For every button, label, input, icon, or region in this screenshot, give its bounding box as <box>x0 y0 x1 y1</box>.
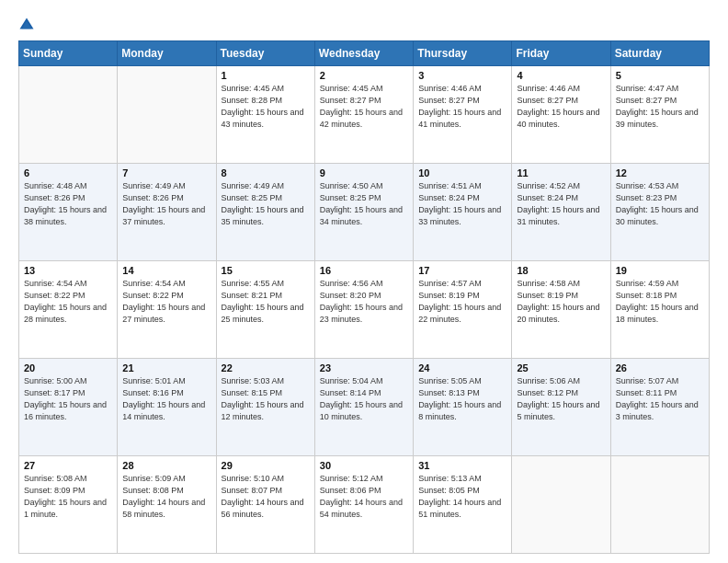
day-detail: Sunrise: 4:48 AMSunset: 8:26 PMDaylight:… <box>24 180 112 228</box>
day-number: 23 <box>320 362 408 373</box>
day-number: 12 <box>616 167 704 178</box>
day-detail: Sunrise: 4:54 AMSunset: 8:22 PMDaylight:… <box>122 278 210 326</box>
day-detail: Sunrise: 4:51 AMSunset: 8:24 PMDaylight:… <box>418 180 506 228</box>
day-detail: Sunrise: 5:03 AMSunset: 8:15 PMDaylight:… <box>222 375 310 423</box>
day-number: 22 <box>222 362 310 373</box>
day-number: 11 <box>517 167 605 178</box>
day-detail: Sunrise: 4:54 AMSunset: 8:22 PMDaylight:… <box>24 278 112 326</box>
day-number: 5 <box>616 70 704 81</box>
logo-icon <box>18 17 35 33</box>
day-number: 2 <box>320 70 408 81</box>
calendar-day-cell: 7Sunrise: 4:49 AMSunset: 8:26 PMDaylight… <box>118 164 216 261</box>
calendar-day-cell: 22Sunrise: 5:03 AMSunset: 8:15 PMDayligh… <box>216 359 314 456</box>
calendar-day-cell: 10Sunrise: 4:51 AMSunset: 8:24 PMDayligh… <box>414 164 512 261</box>
calendar-day-cell: 31Sunrise: 5:13 AMSunset: 8:05 PMDayligh… <box>414 456 512 554</box>
calendar-day-cell: 12Sunrise: 4:53 AMSunset: 8:23 PMDayligh… <box>610 164 709 261</box>
day-detail: Sunrise: 4:55 AMSunset: 8:21 PMDaylight:… <box>222 278 310 326</box>
calendar-day-cell: 3Sunrise: 4:46 AMSunset: 8:27 PMDaylight… <box>414 66 512 164</box>
calendar-day-cell <box>19 66 118 164</box>
day-number: 14 <box>122 265 210 276</box>
day-detail: Sunrise: 4:56 AMSunset: 8:20 PMDaylight:… <box>320 278 408 326</box>
calendar-day-cell: 23Sunrise: 5:04 AMSunset: 8:14 PMDayligh… <box>314 359 413 456</box>
day-detail: Sunrise: 5:13 AMSunset: 8:05 PMDaylight:… <box>418 473 506 521</box>
day-detail: Sunrise: 4:52 AMSunset: 8:24 PMDaylight:… <box>517 180 605 228</box>
day-number: 4 <box>517 70 605 81</box>
day-number: 13 <box>24 265 112 276</box>
weekday-header-cell: Monday <box>118 41 216 66</box>
calendar-day-cell: 6Sunrise: 4:48 AMSunset: 8:26 PMDaylight… <box>19 164 118 261</box>
day-number: 6 <box>24 167 112 178</box>
day-number: 1 <box>222 70 310 81</box>
day-number: 20 <box>24 362 112 373</box>
day-number: 3 <box>418 70 506 81</box>
day-number: 25 <box>517 362 605 373</box>
calendar-day-cell: 19Sunrise: 4:59 AMSunset: 8:18 PMDayligh… <box>610 261 709 359</box>
day-detail: Sunrise: 5:08 AMSunset: 8:09 PMDaylight:… <box>24 473 112 521</box>
calendar-day-cell: 24Sunrise: 5:05 AMSunset: 8:13 PMDayligh… <box>414 359 512 456</box>
calendar-week-row: 6Sunrise: 4:48 AMSunset: 8:26 PMDaylight… <box>19 164 710 261</box>
calendar-day-cell: 16Sunrise: 4:56 AMSunset: 8:20 PMDayligh… <box>314 261 413 359</box>
day-detail: Sunrise: 5:07 AMSunset: 8:11 PMDaylight:… <box>616 375 704 423</box>
day-number: 27 <box>24 460 112 471</box>
calendar-header: SundayMondayTuesdayWednesdayThursdayFrid… <box>19 41 710 66</box>
calendar-day-cell <box>512 456 610 554</box>
calendar-day-cell: 26Sunrise: 5:07 AMSunset: 8:11 PMDayligh… <box>610 359 709 456</box>
weekday-header-cell: Saturday <box>610 41 709 66</box>
day-number: 8 <box>222 167 310 178</box>
day-detail: Sunrise: 4:50 AMSunset: 8:25 PMDaylight:… <box>320 180 408 228</box>
calendar-day-cell: 4Sunrise: 4:46 AMSunset: 8:27 PMDaylight… <box>512 66 610 164</box>
calendar-week-row: 1Sunrise: 4:45 AMSunset: 8:28 PMDaylight… <box>19 66 710 164</box>
header <box>18 17 710 33</box>
day-detail: Sunrise: 4:53 AMSunset: 8:23 PMDaylight:… <box>616 180 704 228</box>
day-detail: Sunrise: 5:09 AMSunset: 8:08 PMDaylight:… <box>122 473 210 521</box>
calendar-day-cell: 20Sunrise: 5:00 AMSunset: 8:17 PMDayligh… <box>19 359 118 456</box>
weekday-header-cell: Tuesday <box>216 41 314 66</box>
calendar-week-row: 13Sunrise: 4:54 AMSunset: 8:22 PMDayligh… <box>19 261 710 359</box>
day-number: 18 <box>517 265 605 276</box>
day-number: 29 <box>222 460 310 471</box>
calendar-week-row: 20Sunrise: 5:00 AMSunset: 8:17 PMDayligh… <box>19 359 710 456</box>
calendar-day-cell: 1Sunrise: 4:45 AMSunset: 8:28 PMDaylight… <box>216 66 314 164</box>
day-detail: Sunrise: 4:57 AMSunset: 8:19 PMDaylight:… <box>418 278 506 326</box>
day-detail: Sunrise: 5:04 AMSunset: 8:14 PMDaylight:… <box>320 375 408 423</box>
calendar-day-cell: 30Sunrise: 5:12 AMSunset: 8:06 PMDayligh… <box>314 456 413 554</box>
calendar-week-row: 27Sunrise: 5:08 AMSunset: 8:09 PMDayligh… <box>19 456 710 554</box>
calendar-body: 1Sunrise: 4:45 AMSunset: 8:28 PMDaylight… <box>19 66 710 554</box>
weekday-header-cell: Thursday <box>414 41 512 66</box>
calendar-day-cell: 29Sunrise: 5:10 AMSunset: 8:07 PMDayligh… <box>216 456 314 554</box>
day-detail: Sunrise: 4:49 AMSunset: 8:25 PMDaylight:… <box>222 180 310 228</box>
logo <box>18 17 39 33</box>
day-detail: Sunrise: 4:45 AMSunset: 8:27 PMDaylight:… <box>320 83 408 131</box>
day-number: 21 <box>122 362 210 373</box>
day-number: 9 <box>320 167 408 178</box>
day-detail: Sunrise: 5:12 AMSunset: 8:06 PMDaylight:… <box>320 473 408 521</box>
weekday-header-cell: Wednesday <box>314 41 413 66</box>
day-number: 16 <box>320 265 408 276</box>
day-number: 31 <box>418 460 506 471</box>
day-detail: Sunrise: 4:46 AMSunset: 8:27 PMDaylight:… <box>418 83 506 131</box>
calendar-day-cell: 15Sunrise: 4:55 AMSunset: 8:21 PMDayligh… <box>216 261 314 359</box>
calendar-day-cell: 25Sunrise: 5:06 AMSunset: 8:12 PMDayligh… <box>512 359 610 456</box>
day-detail: Sunrise: 4:47 AMSunset: 8:27 PMDaylight:… <box>616 83 704 131</box>
weekday-header-cell: Sunday <box>19 41 118 66</box>
day-detail: Sunrise: 5:05 AMSunset: 8:13 PMDaylight:… <box>418 375 506 423</box>
calendar-day-cell: 18Sunrise: 4:58 AMSunset: 8:19 PMDayligh… <box>512 261 610 359</box>
calendar-day-cell: 28Sunrise: 5:09 AMSunset: 8:08 PMDayligh… <box>118 456 216 554</box>
calendar: SundayMondayTuesdayWednesdayThursdayFrid… <box>18 40 710 554</box>
calendar-day-cell: 2Sunrise: 4:45 AMSunset: 8:27 PMDaylight… <box>314 66 413 164</box>
calendar-day-cell: 13Sunrise: 4:54 AMSunset: 8:22 PMDayligh… <box>19 261 118 359</box>
day-detail: Sunrise: 4:59 AMSunset: 8:18 PMDaylight:… <box>616 278 704 326</box>
weekday-header-row: SundayMondayTuesdayWednesdayThursdayFrid… <box>19 41 710 66</box>
calendar-day-cell <box>610 456 709 554</box>
calendar-day-cell <box>118 66 216 164</box>
day-number: 30 <box>320 460 408 471</box>
day-detail: Sunrise: 5:10 AMSunset: 8:07 PMDaylight:… <box>222 473 310 521</box>
calendar-day-cell: 9Sunrise: 4:50 AMSunset: 8:25 PMDaylight… <box>314 164 413 261</box>
day-detail: Sunrise: 5:06 AMSunset: 8:12 PMDaylight:… <box>517 375 605 423</box>
day-number: 19 <box>616 265 704 276</box>
day-number: 15 <box>222 265 310 276</box>
calendar-day-cell: 5Sunrise: 4:47 AMSunset: 8:27 PMDaylight… <box>610 66 709 164</box>
day-detail: Sunrise: 4:58 AMSunset: 8:19 PMDaylight:… <box>517 278 605 326</box>
day-detail: Sunrise: 5:01 AMSunset: 8:16 PMDaylight:… <box>122 375 210 423</box>
day-number: 28 <box>122 460 210 471</box>
